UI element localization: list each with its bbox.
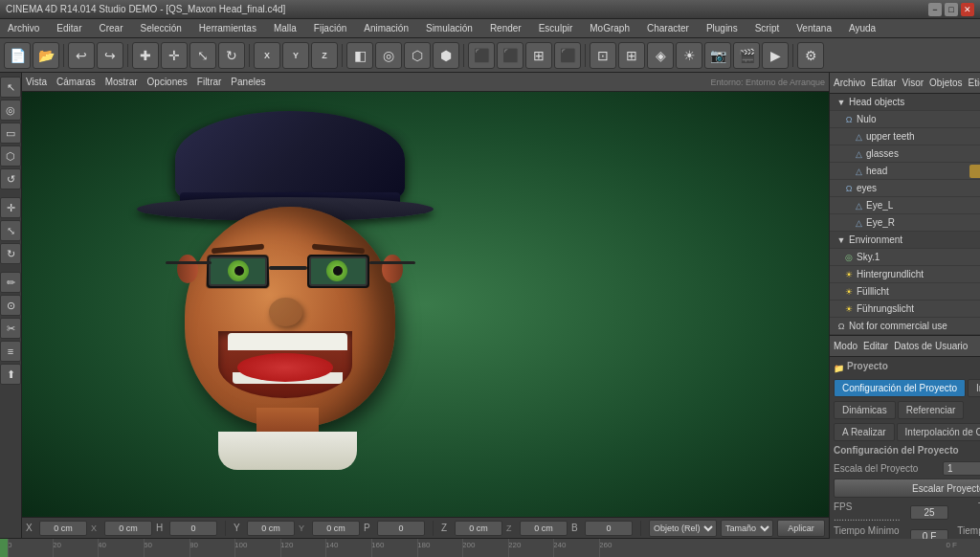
- move-button[interactable]: ✛: [161, 42, 188, 69]
- knife-button[interactable]: ✂: [0, 318, 21, 339]
- tab-referenciar[interactable]: Referenciar: [898, 401, 965, 419]
- attr-editar[interactable]: Editar: [863, 341, 888, 351]
- om-editar[interactable]: Editar: [871, 78, 896, 88]
- menu-script[interactable]: Script: [751, 21, 784, 35]
- new-button[interactable]: 📄: [4, 42, 31, 69]
- b-input[interactable]: 0: [585, 521, 633, 536]
- list-item[interactable]: ☀ Führungslicht ✓ ✓: [830, 301, 980, 318]
- menu-herramientas[interactable]: Herramientas: [195, 21, 260, 35]
- x-size-input[interactable]: 0 cm: [104, 521, 152, 536]
- list-item[interactable]: Ω Not for commercial use: [830, 318, 980, 335]
- coord-system-select[interactable]: Objeto (Rel): [649, 520, 717, 537]
- menu-mograph[interactable]: MoGraph: [586, 21, 634, 35]
- menu-simulacion[interactable]: Simulación: [422, 21, 477, 35]
- local-coord-button[interactable]: Y: [282, 42, 309, 69]
- live-select-button[interactable]: ◎: [0, 100, 21, 121]
- om-archivo[interactable]: Archivo: [834, 78, 865, 88]
- list-item[interactable]: ▼ Environment ✓ ✓: [830, 232, 980, 249]
- h-input[interactable]: 0: [169, 521, 217, 536]
- world-coord-button[interactable]: X: [254, 42, 280, 69]
- tab-informacion[interactable]: Información: [968, 379, 980, 397]
- paint-button[interactable]: ✏: [0, 272, 21, 293]
- menu-crear[interactable]: Crear: [95, 21, 126, 35]
- render-preview[interactable]: 🎬: [733, 42, 760, 69]
- open-button[interactable]: 📂: [33, 42, 59, 69]
- menu-ayuda[interactable]: Ayuda: [845, 21, 880, 35]
- menu-character[interactable]: Character: [643, 21, 693, 35]
- list-item[interactable]: △ glasses ✓ ✓: [830, 145, 980, 163]
- list-item[interactable]: △ Eye_R ✓ ✓ ↕: [830, 214, 980, 232]
- list-item[interactable]: △ Eye_L ✓ ✓ ↕: [830, 197, 980, 214]
- mode-poly[interactable]: ⬢: [433, 42, 459, 69]
- scale-button[interactable]: ⤡: [189, 42, 216, 69]
- view-button-1[interactable]: ⬛: [468, 42, 495, 69]
- viewport-tab-filtrar[interactable]: Filtrar: [197, 77, 222, 87]
- tab-dinamicas[interactable]: Dinámicas: [834, 401, 896, 419]
- view-button-3[interactable]: ⊞: [525, 42, 552, 69]
- size-select[interactable]: Tamaño: [721, 520, 773, 537]
- rect-select-button[interactable]: ▭: [0, 123, 21, 144]
- viewport-tab-opciones[interactable]: Opciones: [147, 77, 188, 87]
- settings-button[interactable]: ⚙: [797, 42, 824, 69]
- z-input[interactable]: 0 cm: [455, 521, 502, 536]
- menu-ventana[interactable]: Ventana: [792, 21, 835, 35]
- magnet-button[interactable]: ⊙: [0, 295, 21, 316]
- mode-point[interactable]: ◎: [375, 42, 402, 69]
- list-item[interactable]: △ upper teeth ✓ ✓: [830, 128, 980, 145]
- z-size-input[interactable]: 0 cm: [520, 521, 568, 536]
- camera-button[interactable]: 📷: [704, 42, 731, 69]
- rotate-tool-button[interactable]: ↻: [0, 243, 21, 264]
- bridge-button[interactable]: ≡: [0, 341, 21, 362]
- y-size-input[interactable]: 0 cm: [312, 521, 360, 536]
- tab-config-proyecto[interactable]: Configuración del Proyecto: [834, 379, 966, 397]
- menu-render[interactable]: Render: [486, 21, 525, 35]
- menu-plugins[interactable]: Plugins: [702, 21, 742, 35]
- viewport-tab-vista[interactable]: Vista: [26, 77, 47, 87]
- light-button[interactable]: ☀: [676, 42, 702, 69]
- poly-select-button[interactable]: ⬡: [0, 145, 21, 167]
- attr-datos[interactable]: Datos de Usuario: [894, 341, 968, 351]
- attr-modo[interactable]: Modo: [834, 341, 858, 351]
- menu-seleccion[interactable]: Selección: [137, 21, 186, 35]
- maximize-button[interactable]: □: [945, 3, 958, 16]
- viewport[interactable]: [22, 92, 829, 517]
- close-button[interactable]: ✕: [961, 3, 974, 16]
- rotate-button[interactable]: ↻: [218, 42, 245, 69]
- undo-button[interactable]: ↩: [68, 42, 95, 69]
- render-button[interactable]: ▶: [762, 42, 789, 69]
- mode-model[interactable]: ◧: [346, 42, 373, 69]
- menu-animacion[interactable]: Animación: [360, 21, 412, 35]
- x-input[interactable]: 0 cm: [39, 521, 87, 536]
- snap-button[interactable]: ⊡: [590, 42, 616, 69]
- select-button[interactable]: ✚: [132, 42, 159, 69]
- scale-tool-button[interactable]: ⤡: [0, 220, 21, 241]
- list-item[interactable]: △ head ✓ ✓: [830, 163, 980, 180]
- menu-archivo[interactable]: Archivo: [4, 21, 43, 35]
- scale-input[interactable]: [943, 461, 980, 476]
- mode-edge[interactable]: ⬡: [404, 42, 431, 69]
- axis-button[interactable]: ⊞: [618, 42, 645, 69]
- om-objetos[interactable]: Objetos: [929, 78, 962, 88]
- viewport-tab-paneles[interactable]: Paneles: [231, 77, 265, 87]
- list-item[interactable]: ◎ Sky.1 ▩ ✓ ✓: [830, 249, 980, 266]
- menu-editar[interactable]: Editar: [53, 21, 85, 35]
- move-tool-button[interactable]: ✛: [0, 197, 21, 218]
- apply-coord-button[interactable]: Aplicar: [777, 520, 825, 537]
- fps-input[interactable]: [910, 505, 948, 520]
- loop-select-button[interactable]: ↺: [0, 168, 21, 189]
- om-visor[interactable]: Visor: [902, 78, 924, 88]
- minimize-button[interactable]: −: [928, 3, 942, 16]
- texture-button[interactable]: ◈: [647, 42, 674, 69]
- list-item[interactable]: Ω Nulo ✓ ✓: [830, 111, 980, 128]
- list-item[interactable]: Ω eyes ✓ ✓: [830, 180, 980, 197]
- list-item[interactable]: ☀ Hintergrundlicht ✓ ✓: [830, 266, 980, 283]
- redo-button[interactable]: ↪: [97, 42, 123, 69]
- list-item[interactable]: ▼ Head objects ✓ ✓: [830, 94, 980, 111]
- view-button-4[interactable]: ⬛: [554, 42, 581, 69]
- y-input[interactable]: 0 cm: [247, 521, 295, 536]
- view-button-2[interactable]: ⬛: [497, 42, 523, 69]
- p-input[interactable]: 0: [377, 521, 425, 536]
- select-tool-button[interactable]: ↖: [0, 77, 21, 98]
- extrude-button[interactable]: ⬆: [0, 364, 21, 385]
- tab-interpolacion[interactable]: Interpolación de Claves: [897, 423, 980, 441]
